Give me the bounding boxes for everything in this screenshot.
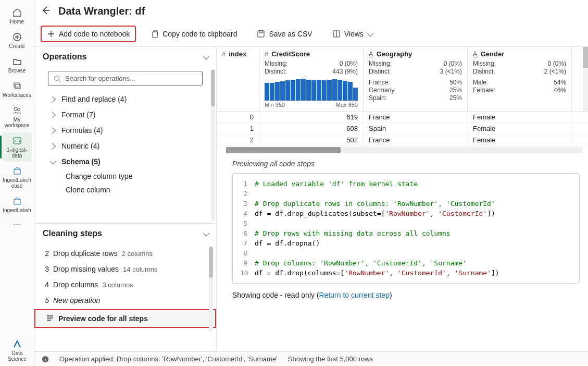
svg-text:i: i: [45, 356, 46, 362]
operation-item[interactable]: Change column type: [40, 169, 211, 183]
views-dropdown[interactable]: Views: [327, 27, 377, 41]
header: Data Wrangler: df: [34, 0, 588, 22]
table-row[interactable]: 2502FranceFemale: [217, 135, 588, 146]
column-header-creditscore[interactable]: #CreditScoreMissing:0 (0%)Distinct:443 (…: [259, 47, 364, 111]
nav-more[interactable]: ⋯: [13, 219, 21, 229]
nav-item-browse[interactable]: Browse: [3, 53, 32, 77]
return-to-current-step-link[interactable]: Return to current step: [319, 291, 390, 299]
nav-item-home[interactable]: Home: [3, 4, 32, 28]
operation-group[interactable]: Numeric (4): [40, 138, 211, 154]
svg-rect-7: [14, 200, 20, 204]
nav-item-ingestlakeh[interactable]: IngestLakeh: [3, 193, 32, 216]
code-preview: 1# Loaded variable 'df' from kernel stat…: [232, 173, 580, 284]
chevron-down-icon: [203, 52, 208, 62]
search-placeholder: Search for operations...: [65, 75, 135, 82]
type-icon: #: [222, 50, 226, 58]
operation-item[interactable]: Clone column: [40, 183, 211, 197]
svg-rect-6: [14, 169, 20, 174]
column-header-index[interactable]: #index: [217, 47, 259, 111]
operations-header[interactable]: Operations: [34, 47, 216, 67]
histogram: [265, 79, 358, 101]
code-line: 5: [240, 218, 572, 228]
svg-rect-10: [259, 31, 262, 33]
operation-group[interactable]: Find and replace (4): [40, 91, 211, 107]
nav-item-1-ingest-data[interactable]: 1-ingest-data: [3, 132, 32, 162]
column-header-gender[interactable]: AGenderMissing:0 (0%)Distinct:2 (<1%)Mal…: [468, 47, 572, 111]
chevron-right-icon: [50, 142, 56, 150]
save-csv-button[interactable]: Save as CSV: [252, 27, 317, 41]
nav-item-workspaces[interactable]: Workspaces: [3, 78, 32, 101]
svg-rect-9: [258, 31, 264, 37]
chevron-right-icon: [50, 95, 56, 103]
nav-rail: HomeCreateBrowseWorkspacesMy workspace1-…: [0, 0, 34, 366]
preview-code-all-steps[interactable]: Preview code for all steps: [34, 309, 216, 328]
code-preview-heading: Previewing all code steps: [217, 153, 588, 173]
type-icon: A: [473, 50, 478, 58]
cleaning-steps-header[interactable]: Cleaning steps: [34, 224, 216, 243]
cleaning-step[interactable]: 3Drop missing values14 columns: [34, 261, 216, 277]
nav-item-create[interactable]: Create: [3, 29, 32, 52]
code-line: 2: [240, 189, 572, 199]
column-header-geography[interactable]: AGeographyMissing:0 (0%)Distinct:3 (<1%)…: [364, 47, 468, 111]
toolbar: Add code to notebook Copy code to clipbo…: [34, 22, 588, 47]
page-title: Data Wrangler: df: [58, 5, 145, 17]
table-row[interactable]: 1608SpainFemale: [217, 123, 588, 135]
cleaning-step[interactable]: 5New operation: [34, 292, 216, 308]
back-button[interactable]: [41, 5, 51, 17]
status-message: Operation applied: Drop columns: 'RowNum…: [59, 355, 278, 363]
chevron-right-icon: [50, 111, 56, 119]
svg-point-4: [17, 108, 20, 111]
scrollbar[interactable]: [209, 246, 213, 332]
search-input[interactable]: Search for operations...: [48, 71, 203, 86]
type-icon: #: [265, 50, 268, 58]
chevron-down-icon: [203, 229, 208, 238]
status-rows: Showing the first 5,000 rows: [288, 355, 373, 363]
cleaning-step[interactable]: 4Drop columns3 columns: [34, 277, 216, 292]
svg-rect-5: [14, 138, 21, 144]
operation-group[interactable]: Format (7): [40, 107, 211, 123]
svg-point-3: [14, 107, 17, 111]
copy-code-button[interactable]: Copy code to clipboard: [145, 27, 242, 41]
operation-group[interactable]: Schema (5): [40, 154, 211, 169]
code-line: 7df = df.dropna(): [240, 238, 572, 248]
chevron-down-icon: [50, 157, 56, 166]
svg-rect-8: [153, 32, 157, 38]
cleaning-step[interactable]: 2Drop duplicate rows2 columns: [34, 246, 216, 261]
right-panel: #index#CreditScoreMissing:0 (0%)Distinct…: [217, 47, 588, 351]
code-line: 1# Loaded variable 'df' from kernel stat…: [240, 179, 572, 189]
code-line: 4df = df.drop_duplicates(subset=['RowNum…: [240, 209, 572, 218]
data-grid: 0619FranceFemale1608SpainFemale2502Franc…: [217, 112, 588, 146]
code-footer: Showing code - read only (Return to curr…: [217, 289, 588, 302]
product-brand[interactable]: Data Science: [4, 339, 30, 362]
svg-point-12: [55, 76, 59, 80]
column-headers: #index#CreditScoreMissing:0 (0%)Distinct…: [217, 47, 588, 112]
chevron-right-icon: [50, 126, 56, 135]
scrollbar[interactable]: [211, 69, 215, 221]
code-line: 3# Drop duplicate rows in columns: 'RowN…: [240, 199, 572, 209]
code-line: 8: [240, 248, 572, 258]
vertical-scrollbar[interactable]: [583, 47, 588, 111]
code-line: 6# Drop rows with missing data across al…: [240, 228, 572, 238]
left-panel: Operations Search for operations... Find…: [34, 47, 217, 351]
nav-item-my-workspace[interactable]: My workspace: [3, 102, 32, 131]
code-line: 9# Drop columns: 'RowNumber', 'CustomerI…: [240, 258, 572, 268]
horizontal-scrollbar[interactable]: [226, 147, 583, 153]
status-bar: i Operation applied: Drop columns: 'RowN…: [34, 351, 588, 366]
nav-item-ingestlakeh-ouse[interactable]: IngestLakeh ouse: [3, 163, 32, 192]
operation-group[interactable]: Formulas (4): [40, 123, 211, 138]
code-line: 10df = df.drop(columns=['RowNumber', 'Cu…: [240, 268, 572, 278]
type-icon: A: [369, 50, 373, 58]
table-row[interactable]: 0619FranceFemale: [217, 112, 588, 123]
add-code-button[interactable]: Add code to notebook: [41, 26, 136, 42]
chevron-down-icon: [367, 30, 372, 38]
